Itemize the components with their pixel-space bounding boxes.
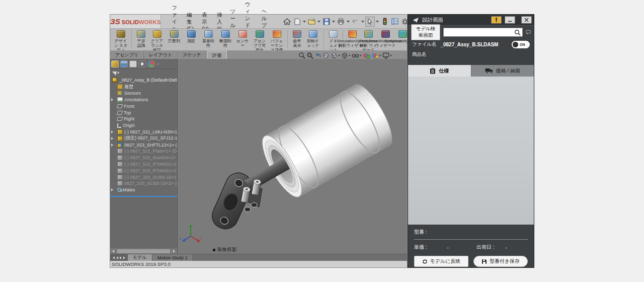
fm-tab-dimxpert-icon[interactable] [138, 60, 146, 67]
expand-arrow-icon[interactable] [111, 188, 113, 191]
view-settings-caret-icon[interactable] [390, 55, 392, 56]
zoom-fit-icon[interactable] [298, 52, 305, 59]
tree-item[interactable]: (-) 0827_523_RTWN21<1> (Defaul [110, 161, 177, 168]
tree-item[interactable]: Origin [110, 122, 177, 129]
tab-nav-last-icon[interactable] [123, 256, 125, 259]
ribbon-button[interactable]: アセンブリ可視化 [251, 30, 268, 51]
study-tab[interactable]: Motion Study 1 [152, 254, 193, 261]
tree-item[interactable]: Right [110, 116, 177, 122]
new-document-icon[interactable] [292, 17, 302, 27]
properties-list-icon[interactable] [390, 17, 399, 27]
apply-scene-caret-icon[interactable] [379, 55, 381, 56]
print-caret-icon[interactable] [347, 21, 350, 23]
command-tab[interactable]: レイアウト [144, 51, 178, 59]
tree-item[interactable]: Annotations [110, 97, 177, 103]
expand-arrow-icon[interactable] [111, 98, 113, 101]
tree-item[interactable]: (-) 0827_320_SCBS-15<1> (Default [110, 174, 177, 180]
section-view-icon[interactable] [323, 52, 330, 59]
tree-item[interactable]: Front [110, 103, 177, 109]
ribbon-button[interactable]: 干渉認識 [131, 30, 148, 48]
command-tab[interactable]: 評価 [207, 51, 227, 59]
ribbon-button[interactable]: SimulationXpress 解析ウィザード [343, 30, 360, 48]
previous-view-icon[interactable] [314, 52, 321, 58]
view-orientation-icon[interactable] [331, 52, 340, 59]
open-icon[interactable] [307, 17, 316, 27]
edit-appearance-icon[interactable] [363, 52, 370, 59]
tree-item[interactable]: (-) 0827_523_RTWN21<2> (Defaul [110, 167, 177, 174]
view-settings-icon[interactable] [382, 52, 392, 59]
tree-item[interactable]: (固定) 0827_022_SFJ12-140<1> (D [110, 135, 177, 142]
ribbon-button[interactable]: クリアランス検証 [148, 30, 166, 51]
save-with-model-number-button[interactable]: 型番付き保存 [473, 256, 528, 267]
ribbon-button[interactable]: 穴整列 [166, 30, 183, 44]
rebuild-traffic-light-icon[interactable] [380, 17, 389, 27]
tree-item[interactable]: 0827_320_SCBS-15<2> (Default) [110, 180, 177, 187]
scroll-left-icon[interactable] [110, 248, 116, 254]
tab-nav-first-icon[interactable] [113, 256, 115, 259]
new-caret-icon[interactable] [303, 21, 306, 23]
panel-splitter[interactable] [110, 196, 177, 197]
tree-item[interactable]: (-) 0827_021_LMU-N30<1> (Defau [110, 129, 177, 135]
ribbon-button[interactable]: 曲率表示 [287, 30, 304, 48]
on-toggle[interactable]: ON [512, 41, 530, 48]
open-caret-icon[interactable] [317, 21, 320, 23]
search-input[interactable] [444, 29, 514, 36]
expand-arrow-icon[interactable] [111, 130, 113, 133]
zoom-area-icon[interactable] [306, 52, 313, 59]
undo-caret-icon[interactable] [361, 21, 364, 23]
graphics-viewport[interactable]: Y X Z 等角投影 [178, 59, 407, 254]
tab-price-delivery[interactable]: 価格 / 納期 [471, 65, 534, 77]
home-icon[interactable] [282, 17, 292, 27]
display-style-caret-icon[interactable] [349, 55, 351, 56]
tab-specification[interactable]: 仕様 [408, 65, 471, 77]
filter-funnel-icon[interactable] [112, 72, 117, 75]
ribbon-button[interactable]: デザイン スタディ [112, 30, 129, 51]
command-tab[interactable]: アセンブリ [110, 51, 144, 59]
display-style-icon[interactable] [341, 52, 351, 59]
tree-item[interactable]: Sensors [110, 90, 177, 97]
3d-model-assembly[interactable]: Y X Z [178, 59, 407, 254]
tree-root-row[interactable]: _0827_Assy_B (Default<Default_Displa [110, 77, 177, 84]
tree-horizontal-scrollbar[interactable] [110, 248, 177, 254]
scrollbar-thumb[interactable] [117, 249, 170, 253]
select-cursor-icon[interactable] [365, 17, 375, 27]
fm-tab-display-manager-icon[interactable] [147, 60, 155, 67]
fm-tab-design-tree-icon[interactable] [111, 60, 119, 67]
select-caret-icon[interactable] [376, 21, 379, 23]
panel-close-button[interactable] [521, 16, 532, 24]
expand-arrow-icon[interactable] [111, 137, 113, 140]
ribbon-button[interactable]: センサー [234, 30, 251, 48]
panel-pin-button[interactable] [491, 16, 502, 24]
command-tab[interactable]: スケッチ [178, 51, 207, 59]
apply-to-model-button[interactable]: モデルに反映 [414, 256, 468, 267]
panel-minimize-button[interactable] [505, 16, 515, 24]
view-orientation-caret-icon[interactable] [338, 55, 340, 56]
print-icon[interactable] [336, 17, 346, 27]
scroll-right-icon[interactable] [171, 248, 177, 254]
ribbon-button[interactable]: SustainabilityXpress [394, 30, 407, 44]
ribbon-button[interactable]: 質量特性 [200, 30, 217, 48]
hide-show-items-icon[interactable] [352, 52, 362, 58]
tree-item[interactable]: Mates [110, 187, 177, 193]
save-icon[interactable] [321, 17, 331, 27]
fm-tab-property-manager-icon[interactable] [120, 60, 128, 67]
tree-item[interactable]: Top [110, 109, 177, 116]
ribbon-button[interactable]: 対称チェック [304, 30, 321, 48]
fm-tabs-overflow-icon[interactable]: › [157, 61, 159, 66]
undo-icon[interactable] [351, 17, 360, 27]
ribbon-button[interactable]: パフォーマンス評価 [268, 30, 285, 51]
ribbon-button[interactable]: 測定 [183, 30, 200, 44]
tab-nav-next-icon[interactable] [120, 256, 122, 259]
tree-item[interactable]: (-) 0827_521_Plate<1> (Default) [110, 148, 177, 155]
hide-show-caret-icon[interactable] [360, 55, 362, 56]
filter-caret-icon[interactable]: ▾ [117, 70, 119, 75]
model-search-button[interactable]: モデル検索画面 [411, 24, 440, 40]
search-icon[interactable] [514, 29, 521, 36]
tree-item[interactable]: (-) 0827_522_Bracket<1> (Default) [110, 155, 177, 161]
ribbon-button[interactable]: 断面特性 [217, 30, 234, 48]
expand-arrow-icon[interactable] [111, 144, 113, 147]
comment-bubble-icon[interactable] [526, 29, 531, 36]
apply-scene-icon[interactable] [371, 52, 381, 59]
save-caret-icon[interactable] [332, 21, 335, 23]
study-tab[interactable]: モデル [128, 254, 152, 261]
